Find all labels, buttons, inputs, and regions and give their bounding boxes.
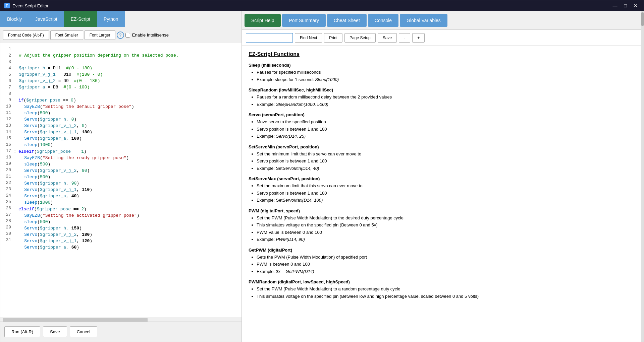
func-servo-list: Move servo to the specified position Ser… [249,119,634,140]
func-sleep-bullet-0: Pauses for specified milliseconds [257,69,634,76]
minimize-button[interactable]: — [611,2,620,9]
title-bar-controls: — □ ✕ [611,2,640,9]
decrease-button[interactable]: - [399,33,410,43]
func-setservomax-name: SetServoMax (servoPort, position) [249,176,634,181]
title-bar: E Event Script Editor — □ ✕ [0,0,644,11]
func-sleeprandom: SleepRandom (lowMilliSec, highMilliSec) … [249,87,634,108]
func-sleeprandom-list: Pauses for a random millisecond delay be… [249,94,634,108]
func-setservomax-list: Set the maximum limit that this servo ca… [249,183,634,204]
script-help-tabs: Script Help Port Summary Cheat Sheet Con… [242,11,641,30]
tab-javascript[interactable]: JavaScript [29,11,64,27]
func-servo: Servo (servoPort, position) Move servo t… [249,112,634,140]
tab-cheat-sheet[interactable]: Cheat Sheet [327,14,367,27]
func-sleep-name: Sleep (milliseconds) [249,63,634,68]
func-getpwm-list: Gets the PWM (Pulse Width Modulation) of… [249,254,634,275]
run-button[interactable]: Run (Alt-R) [4,326,40,337]
func-setservomin-list: Set the minimum limit that this servo ca… [249,151,634,172]
func-getpwm-bullet-2: Example: $x = GetPWM(D14) [257,268,634,275]
tab-console[interactable]: Console [368,14,398,27]
maximize-button[interactable]: □ [622,2,629,9]
func-pwmrandom-bullet-0: Set the PWM (Pulse Width Modulation) to … [257,286,634,292]
func-pwm-list: Set the PWM (Pulse Width Modulation) to … [249,215,634,243]
page-setup-button[interactable]: Page Setup [344,33,376,43]
main-window: E Event Script Editor — □ ✕ Blockly Java… [0,0,644,342]
func-pwmrandom-list: Set the PWM (Pulse Width Modulation) to … [249,286,634,299]
func-pwm-name: PWM (digitalPort, speed) [249,208,634,213]
func-sleeprandom-bullet-0: Pauses for a random millisecond delay be… [257,94,634,100]
help-content: EZ-Script Functions Sleep (milliseconds)… [242,46,641,342]
search-bar: Find Next Print Page Setup Save - + [242,30,641,46]
func-setservomax: SetServoMax (servoPort, position) Set th… [249,176,634,204]
language-tabs: Blockly JavaScript EZ-Script Python [0,11,241,27]
cancel-button[interactable]: Cancel [70,326,97,337]
func-sleep-list: Pauses for specified milliseconds Exampl… [249,69,634,83]
func-pwm-bullet-3: Example: PWM(D14, 90) [257,236,634,243]
func-servo-bullet-0: Move servo to the specified position [257,119,634,125]
print-button[interactable]: Print [324,33,342,43]
main-content: Blockly JavaScript EZ-Script Python Form… [0,11,644,342]
func-pwmrandom-bullet-1: This simulates voltage on the specified … [257,293,634,300]
func-sleep-bullet-1: Example sleeps for 1 second: Sleep(1000) [257,76,634,83]
func-setservomin: SetServoMin (servoPort, position) Set th… [249,144,634,172]
func-pwm-bullet-2: PWM Value is between 0 and 100 [257,229,634,236]
tab-python[interactable]: Python [97,11,125,27]
title-bar-left: E Event Script Editor [4,3,49,8]
func-servo-bullet-2: Example: Servo(D14, 25) [257,133,634,140]
intellisense-checkbox[interactable] [125,33,130,38]
help-icon[interactable]: ? [117,31,124,39]
right-scrollbar[interactable] [641,11,644,342]
func-setservomin-bullet-1: Servo position is between 1 and 180 [257,158,634,164]
code-editor[interactable]: 1 2 3 4 5 6 7 8 9 10 11 12 13 14 15 16 1 [0,43,241,317]
tab-global-variables[interactable]: Global Variables [400,14,447,27]
func-pwmrandom-name: PWMRandom (digitalPort, lowSpeed, highSp… [249,279,634,284]
func-sleeprandom-bullet-1: Example: SleepRandom(1000, 5000) [257,101,634,108]
format-code-button[interactable]: Format Code (Alt-F) [3,30,49,40]
func-pwm-bullet-0: Set the PWM (Pulse Width Modulation) to … [257,215,634,221]
font-larger-button[interactable]: Font Larger [85,30,115,40]
font-smaller-button[interactable]: Font Smaller [50,30,83,40]
left-panel: Blockly JavaScript EZ-Script Python Form… [0,11,242,342]
bottom-toolbar: Run (Alt-R) Save Cancel [0,322,241,342]
tab-script-help[interactable]: Script Help [245,14,281,27]
func-sleep: Sleep (milliseconds) Pauses for specifie… [249,63,634,83]
window-title: Event Script Editor [12,3,49,8]
tab-ez-script[interactable]: EZ-Script [64,11,97,27]
func-servo-bullet-1: Servo position is between 1 and 180 [257,126,634,133]
increase-button[interactable]: + [412,33,425,43]
tab-port-summary[interactable]: Port Summary [282,14,325,27]
func-sleeprandom-name: SleepRandom (lowMilliSec, highMilliSec) [249,87,634,92]
line-numbers: 1 2 3 4 5 6 7 8 9 10 11 12 13 14 15 16 1 [0,43,12,317]
func-setservomax-bullet-0: Set the maximum limit that this servo ca… [257,183,634,189]
intellisense-control: Enable Intellisense [125,32,169,38]
app-icon: E [4,3,10,8]
save-help-button[interactable]: Save [378,33,397,43]
save-button[interactable]: Save [43,326,67,337]
right-panel: Script Help Port Summary Cheat Sheet Con… [242,11,641,342]
close-button[interactable]: ✕ [632,2,640,9]
help-title: EZ-Script Functions [249,51,634,57]
func-setservomax-bullet-1: Servo position is between 1 and 180 [257,190,634,197]
search-input[interactable] [246,33,293,43]
func-getpwm-name: GetPWM (digitalPort) [249,248,634,253]
tab-blockly[interactable]: Blockly [0,11,29,27]
func-servo-name: Servo (servoPort, position) [249,112,634,117]
func-setservomin-bullet-2: Example: SetServoMin(D14, 40) [257,165,634,172]
func-pwmrandom: PWMRandom (digitalPort, lowSpeed, highSp… [249,279,634,299]
func-pwm: PWM (digitalPort, speed) Set the PWM (Pu… [249,208,634,243]
func-setservomin-name: SetServoMin (servoPort, position) [249,144,634,149]
code-text[interactable]: # Adjust the gripper position depending … [12,43,241,317]
find-next-button[interactable]: Find Next [295,33,322,43]
intellisense-label: Enable Intellisense [132,32,169,38]
horizontal-scrollbar[interactable] [0,317,241,322]
editor-toolbar: Format Code (Alt-F) Font Smaller Font La… [0,27,241,43]
func-setservomax-bullet-2: Example: SetServoMax(D14, 100) [257,197,634,204]
func-getpwm-bullet-0: Gets the PWM (Pulse Width Modulation) of… [257,254,634,261]
func-getpwm-bullet-1: PWM is between 0 and 100 [257,261,634,268]
func-getpwm: GetPWM (digitalPort) Gets the PWM (Pulse… [249,248,634,275]
func-setservomin-bullet-0: Set the minimum limit that this servo ca… [257,151,634,157]
func-pwm-bullet-1: This simulates voltage on the specified … [257,222,634,228]
